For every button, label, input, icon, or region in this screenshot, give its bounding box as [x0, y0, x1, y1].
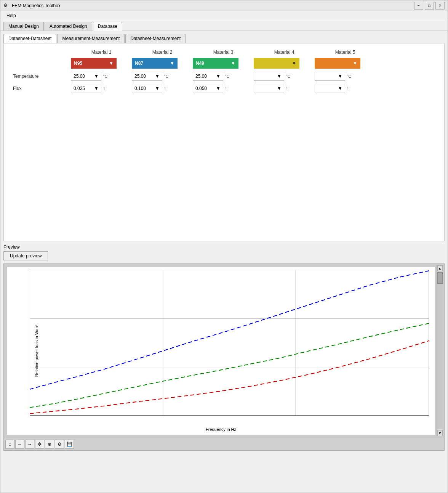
subtab-datasheet-measurement[interactable]: Datasheet-Measurement	[125, 34, 186, 43]
flux-label: Flux	[10, 86, 71, 91]
tool-save-button[interactable]: 💾	[65, 440, 74, 449]
chevron-down-icon: ▼	[277, 86, 282, 91]
chevron-down-icon: ▼	[155, 74, 160, 79]
temperature-row: Temperature 25.00 ▼ °C 25.00	[10, 72, 438, 81]
sub-tabs: Datasheet-Datasheet Measurement-Measurem…	[3, 34, 445, 43]
preview-label: Preview	[3, 244, 445, 250]
flux-5-unit: T	[347, 86, 349, 91]
flux-5-dropdown[interactable]: ▼	[315, 84, 345, 93]
flux-3-dropdown[interactable]: 0.050 ▼	[193, 84, 223, 93]
tool-back-button[interactable]: ←	[15, 440, 24, 449]
material-2-dropdown[interactable]: N87 ▼	[132, 58, 178, 69]
material-4-dropdown-cell: ▼	[254, 58, 315, 69]
scroll-down-button[interactable]: ▼	[437, 430, 443, 436]
flux-1-dropdown[interactable]: 0.025 ▼	[71, 84, 101, 93]
temp-3-cell: 25.00 ▼ °C	[193, 72, 254, 81]
scroll-track[interactable]	[437, 272, 443, 429]
svg-rect-0	[30, 270, 429, 416]
flux-4-cell: ▼ T	[254, 84, 315, 93]
temp-2-cell: 25.00 ▼ °C	[132, 72, 193, 81]
minimize-button[interactable]: −	[414, 2, 423, 10]
material-5-dropdown-wrapper: ▼	[315, 58, 360, 69]
flux-cells: 0.025 ▼ T 0.100 ▼ T	[71, 84, 376, 93]
flux-4-dropdown[interactable]: ▼	[254, 84, 284, 93]
scroll-thumb[interactable]	[437, 272, 443, 284]
tool-home-button[interactable]: ⌂	[5, 440, 14, 449]
tab-manual-design[interactable]: Manual Design	[3, 22, 44, 31]
window-title: FEM Magnetics Toolbox	[12, 3, 414, 8]
close-button[interactable]: ✕	[435, 2, 445, 10]
preview-section: Preview Update preview Relative power lo…	[3, 244, 445, 451]
material-4-dropdown[interactable]: ▼	[254, 58, 299, 69]
material-dropdowns-row: N95 ▼ N87 ▼	[10, 58, 438, 69]
temp-1-cell: 25.00 ▼ °C	[71, 72, 132, 81]
material-2-header: Material 2	[132, 50, 193, 55]
app-icon: ⚙	[3, 3, 10, 9]
chart-toolbar: ⌂ ← → ✥ ⊕ ⚙ 💾	[3, 438, 445, 451]
material-4-dropdown-wrapper: ▼	[254, 58, 299, 69]
temp-5-dropdown[interactable]: ▼	[315, 72, 345, 81]
temperature-label: Temperature	[10, 74, 71, 79]
window-controls: − □ ✕	[414, 2, 445, 10]
temp-3-unit: °C	[225, 74, 229, 79]
chevron-down-icon: ▼	[231, 61, 235, 66]
flux-1-cell: 0.025 ▼ T	[71, 84, 132, 93]
maximize-button[interactable]: □	[425, 2, 434, 10]
chevron-down-icon: ▼	[94, 74, 99, 79]
temp-4-unit: °C	[286, 74, 290, 79]
tab-database[interactable]: Database	[93, 22, 122, 31]
scrollbar[interactable]: ▲ ▼	[437, 265, 443, 436]
flux-4-unit: T	[286, 86, 288, 91]
temperature-cells: 25.00 ▼ °C 25.00 ▼ °C	[71, 72, 376, 81]
temp-4-dropdown[interactable]: ▼	[254, 72, 284, 81]
material-3-header: Material 3	[193, 50, 254, 55]
material-5-dropdown[interactable]: ▼	[315, 58, 360, 69]
temp-5-cell: ▼ °C	[315, 72, 376, 81]
chevron-down-icon: ▼	[155, 86, 160, 91]
temp-3-dropdown[interactable]: 25.00 ▼	[193, 72, 223, 81]
flux-3-cell: 0.050 ▼ T	[193, 84, 254, 93]
chevron-down-icon: ▼	[109, 61, 114, 66]
menu-help[interactable]: Help	[3, 12, 19, 19]
chevron-down-icon: ▼	[277, 74, 282, 79]
scroll-up-button[interactable]: ▲	[437, 265, 443, 271]
material-4-header: Material 4	[254, 50, 315, 55]
flux-1-unit: T	[103, 86, 106, 91]
material-1-dropdown-wrapper: N95 ▼	[71, 58, 117, 69]
tool-zoom-button[interactable]: ⊕	[45, 440, 54, 449]
flux-row: Flux 0.025 ▼ T 0.100 ▼	[10, 84, 438, 93]
chevron-down-icon: ▼	[216, 74, 221, 79]
tool-pan-button[interactable]: ✥	[35, 440, 44, 449]
temp-5-unit: °C	[347, 74, 351, 79]
flux-3-unit: T	[225, 86, 227, 91]
chart-x-label: Frequency in Hz	[7, 427, 435, 432]
temp-2-dropdown[interactable]: 25.00 ▼	[132, 72, 162, 81]
update-preview-button[interactable]: Update preview	[3, 251, 48, 260]
temp-2-unit: °C	[164, 74, 168, 79]
material-1-dropdown[interactable]: N95 ▼	[71, 58, 117, 69]
main-panel: Material 1 Material 2 Material 3 Materia…	[3, 43, 445, 241]
content-area: Datasheet-Datasheet Measurement-Measurem…	[0, 31, 448, 493]
materials-grid: Material 1 Material 2 Material 3 Materia…	[10, 50, 438, 96]
chevron-down-icon: ▼	[338, 86, 342, 91]
material-3-dropdown[interactable]: N49 ▼	[193, 58, 238, 69]
tool-forward-button[interactable]: →	[25, 440, 34, 449]
material-2-dropdown-cell: N87 ▼	[132, 58, 193, 69]
chevron-down-icon: ▼	[216, 86, 221, 91]
tab-automated-design[interactable]: Automated Design	[45, 22, 92, 31]
material-5-dropdown-cell: ▼	[315, 58, 376, 69]
chevron-down-icon: ▼	[338, 74, 342, 79]
title-bar: ⚙ FEM Magnetics Toolbox − □ ✕	[0, 0, 448, 11]
subtab-datasheet-datasheet[interactable]: Datasheet-Datasheet	[3, 34, 56, 43]
material-dropdown-cells: N95 ▼ N87 ▼	[71, 58, 376, 69]
tool-settings-button[interactable]: ⚙	[55, 440, 64, 449]
main-tabs: Manual Design Automated Design Database	[0, 20, 448, 31]
chart-svg: 10⁶ 10⁵ 10⁴ 10⁵ 10⁶	[30, 270, 429, 416]
flux-2-cell: 0.100 ▼ T	[132, 84, 193, 93]
temp-1-dropdown[interactable]: 25.00 ▼	[71, 72, 101, 81]
subtab-measurement-measurement[interactable]: Measurement-Measurement	[57, 34, 125, 43]
chart-y-label: Relative power loss in W/m³	[34, 325, 39, 377]
flux-2-dropdown[interactable]: 0.100 ▼	[132, 84, 162, 93]
material-5-header: Material 5	[315, 50, 376, 55]
material-2-dropdown-wrapper: N87 ▼	[132, 58, 178, 69]
